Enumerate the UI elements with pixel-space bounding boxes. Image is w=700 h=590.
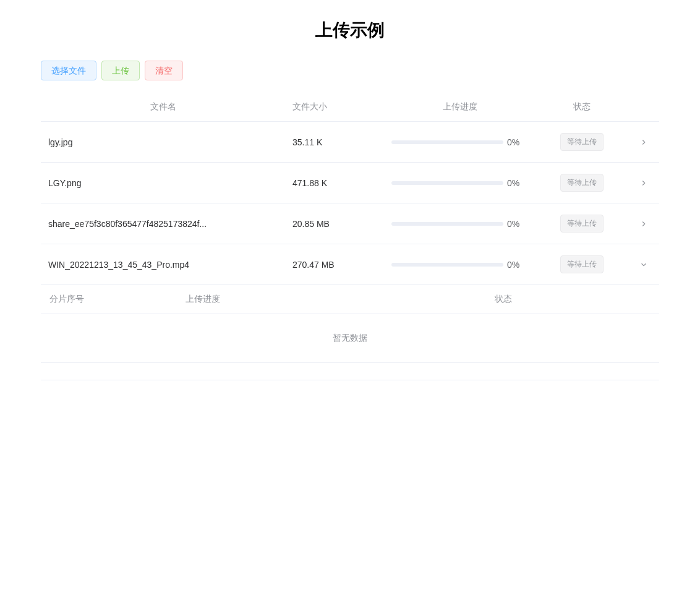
upload-button[interactable]: 上传	[101, 61, 140, 80]
progress-text: 0%	[507, 178, 528, 188]
table-row: LGY.png 471.88 K 0% 等待上传	[41, 163, 659, 203]
status-badge: 等待上传	[560, 174, 604, 192]
column-header-status: 状态	[536, 101, 628, 113]
table-row: lgy.jpg 35.11 K 0% 等待上传	[41, 122, 659, 163]
file-name: LGY.png	[48, 178, 81, 188]
sub-table-header: 分片序号 上传进度 状态	[41, 285, 659, 314]
column-header-name: 文件名	[41, 101, 285, 113]
status-badge: 等待上传	[560, 255, 604, 273]
progress-text: 0%	[507, 137, 528, 147]
empty-placeholder: 暂无数据	[41, 314, 659, 363]
select-file-button[interactable]: 选择文件	[41, 61, 96, 80]
sub-column-header-progress: 上传进度	[177, 294, 486, 305]
progress-bar: 0%	[391, 219, 528, 229]
chevron-down-icon[interactable]	[639, 260, 648, 269]
toolbar: 选择文件 上传 清空	[41, 61, 659, 80]
file-size: 20.85 MB	[285, 219, 384, 229]
progress-bar: 0%	[391, 260, 528, 270]
table-header-row: 文件名 文件大小 上传进度 状态	[41, 93, 659, 122]
file-size: 471.88 K	[285, 178, 384, 188]
progress-text: 0%	[507, 219, 528, 229]
table-row: WIN_20221213_13_45_43_Pro.mp4 270.47 MB …	[41, 244, 659, 285]
column-header-size: 文件大小	[285, 101, 384, 113]
file-name: WIN_20221213_13_45_43_Pro.mp4	[48, 260, 189, 270]
status-badge: 等待上传	[560, 133, 604, 151]
chevron-right-icon[interactable]	[639, 179, 648, 187]
status-badge: 等待上传	[560, 215, 604, 233]
file-table: 文件名 文件大小 上传进度 状态 lgy.jpg 35.11 K 0% 等待上传	[41, 93, 659, 380]
chevron-right-icon[interactable]	[639, 220, 648, 228]
column-header-progress: 上传进度	[384, 101, 536, 113]
clear-button[interactable]: 清空	[145, 61, 183, 80]
progress-bar: 0%	[391, 178, 528, 188]
table-row: share_ee75f3c80f365477f4825173824f... 20…	[41, 203, 659, 244]
file-size: 35.11 K	[285, 137, 384, 147]
sub-column-header-status: 状态	[486, 294, 659, 305]
file-name: share_ee75f3c80f365477f4825173824f...	[48, 219, 207, 229]
chevron-right-icon[interactable]	[639, 138, 648, 147]
file-name: lgy.jpg	[48, 137, 72, 147]
file-size: 270.47 MB	[285, 260, 384, 270]
progress-bar: 0%	[391, 137, 528, 147]
sub-column-header-index: 分片序号	[41, 294, 177, 305]
progress-text: 0%	[507, 260, 528, 270]
page-title: 上传示例	[41, 19, 659, 42]
